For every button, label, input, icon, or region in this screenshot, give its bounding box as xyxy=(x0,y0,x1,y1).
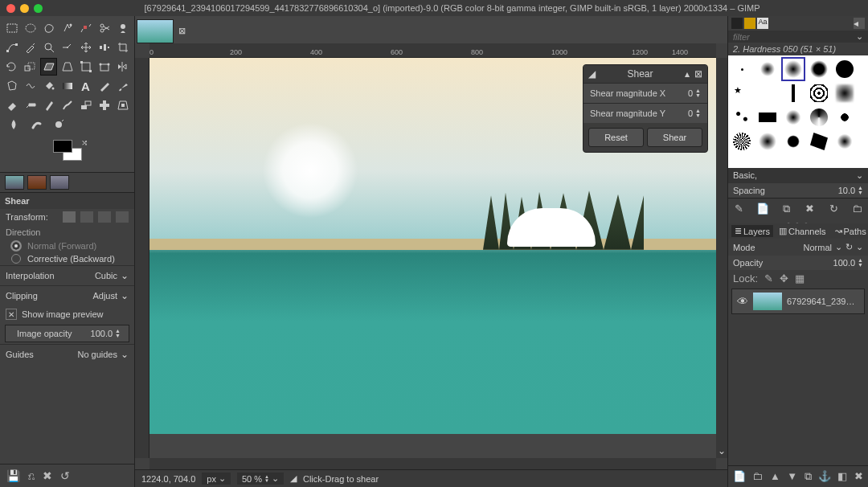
layer-item[interactable]: 👁 67929641_239410 xyxy=(731,289,865,314)
duplicate-brush-icon[interactable]: ⧉ xyxy=(780,203,792,215)
lock-position-icon[interactable]: ✥ xyxy=(780,272,788,284)
swap-colors-icon[interactable]: ⤭ xyxy=(81,138,88,147)
image-opacity-slider[interactable]: Image opacity 100.0▲▼ xyxy=(5,325,129,342)
tool-zoom[interactable] xyxy=(40,39,57,56)
mask-icon[interactable]: ◧ xyxy=(837,470,847,483)
spacing-slider[interactable]: Spacing 10.0▲▼ xyxy=(728,183,868,198)
tool-pencil[interactable] xyxy=(96,77,113,95)
open-as-image-icon[interactable]: 🗀 xyxy=(851,203,863,215)
tool-ellipse-select[interactable] xyxy=(22,19,39,37)
tool-paintbrush[interactable] xyxy=(114,77,131,95)
tool-shear[interactable] xyxy=(40,58,57,76)
spinner-icon[interactable]: ▲▼ xyxy=(695,108,701,118)
tool-free-select[interactable] xyxy=(40,19,57,37)
minimize-window-icon[interactable] xyxy=(20,4,29,13)
layer-opacity-slider[interactable]: Opacity 100.0▲▼ xyxy=(728,256,868,270)
tool-extra1[interactable] xyxy=(71,116,92,133)
image-canvas[interactable]: ◢ Shear ▴ ⊠ Shear magnitude X 0▲▼ Shear … xyxy=(149,58,716,458)
tool-dodge[interactable] xyxy=(48,116,69,133)
tool-heal[interactable] xyxy=(96,96,113,114)
tool-clone[interactable] xyxy=(77,96,94,114)
visibility-icon[interactable]: 👁 xyxy=(737,295,748,308)
clipping-dropdown[interactable]: Clipping Adjust⌄ xyxy=(0,285,134,305)
transform-path-icon[interactable] xyxy=(98,211,111,223)
tool-airbrush[interactable] xyxy=(22,96,39,114)
shear-y-row[interactable]: Shear magnitude Y 0▲▼ xyxy=(583,103,707,123)
color-swatches[interactable]: ⤭ xyxy=(3,135,131,169)
tool-move[interactable] xyxy=(77,39,94,56)
lock-alpha-icon[interactable]: ▦ xyxy=(795,272,805,284)
tool-ink[interactable] xyxy=(40,96,57,114)
horizontal-ruler[interactable]: 0 200 400 600 800 1000 1200 1400 xyxy=(149,43,716,58)
transform-selection-icon[interactable] xyxy=(80,211,93,223)
tool-perspective-clone[interactable] xyxy=(114,96,131,114)
tool-mypaint[interactable] xyxy=(59,96,76,114)
shear-button[interactable]: Shear xyxy=(647,128,702,147)
maximize-window-icon[interactable] xyxy=(34,4,43,13)
direction-normal[interactable]: Normal (Forward) xyxy=(0,239,134,252)
collapse-icon[interactable]: ▴ xyxy=(685,68,690,80)
direction-corrective[interactable]: Corrective (Backward) xyxy=(0,252,134,265)
lower-layer-icon[interactable]: ▼ xyxy=(787,470,797,483)
patterns-tab-icon[interactable] xyxy=(744,18,755,29)
show-preview-checkbox[interactable]: ✕ Show image preview xyxy=(0,305,134,323)
foreground-color[interactable] xyxy=(53,140,72,153)
shear-x-row[interactable]: Shear magnitude X 0▲▼ xyxy=(583,83,707,103)
tool-unified-transform[interactable] xyxy=(77,58,94,76)
new-group-icon[interactable]: 🗀 xyxy=(752,470,763,483)
zoom-selector[interactable]: 50 %▲▼⌄ xyxy=(237,473,284,485)
brush-filter[interactable]: filter ⌄ xyxy=(728,31,868,43)
save-preset-icon[interactable]: 💾 xyxy=(6,469,20,482)
brush-preset-dropdown[interactable]: Basic,⌄ xyxy=(728,168,868,183)
transform-layer-icon[interactable] xyxy=(63,211,76,223)
tool-flip[interactable] xyxy=(114,58,131,76)
interpolation-dropdown[interactable]: Interpolation Cubic⌄ xyxy=(0,265,134,285)
tool-crop[interactable] xyxy=(114,39,131,56)
spinner-icon[interactable]: ▲▼ xyxy=(695,88,701,98)
tool-text[interactable]: A xyxy=(77,77,94,95)
reset-preset-icon[interactable]: ↺ xyxy=(60,469,70,482)
tool-fg-select[interactable] xyxy=(114,19,131,37)
new-brush-icon[interactable]: 📄 xyxy=(756,203,768,215)
scroll-down-icon[interactable]: ⌄ xyxy=(718,445,726,456)
tool-cage[interactable] xyxy=(3,77,20,95)
tool-rotate[interactable] xyxy=(3,58,20,76)
delete-layer-icon[interactable]: ✖ xyxy=(854,470,863,483)
tool-color-select[interactable] xyxy=(77,19,94,37)
image-tab-thumbnail[interactable] xyxy=(137,19,174,43)
raise-layer-icon[interactable]: ▲ xyxy=(770,470,780,483)
blend-mode-row[interactable]: Mode Normal⌄↻⌄ xyxy=(728,239,868,256)
tab-layers[interactable]: ≣Layers xyxy=(731,225,773,237)
spinner-icon[interactable]: ▲▼ xyxy=(858,258,863,268)
tool-extra2[interactable] xyxy=(93,116,114,133)
tool-fuzzy-select[interactable] xyxy=(59,19,76,37)
new-layer-icon[interactable]: 📄 xyxy=(733,470,746,483)
duplicate-layer-icon[interactable]: ⧉ xyxy=(805,470,812,483)
tool-scissors[interactable] xyxy=(96,19,113,37)
close-tab-icon[interactable]: ⊠ xyxy=(178,26,188,35)
spinner-icon[interactable]: ▲▼ xyxy=(115,329,121,338)
layer-name[interactable]: 67929641_239410 xyxy=(787,297,859,306)
tab-paths[interactable]: ↝Paths xyxy=(832,225,868,237)
horizontal-scrollbar[interactable] xyxy=(149,458,716,469)
tool-options-tab-icon[interactable] xyxy=(5,175,24,190)
fonts-tab-icon[interactable]: Aa xyxy=(757,18,768,29)
unit-selector[interactable]: px⌄ xyxy=(202,473,231,485)
tool-perspective[interactable] xyxy=(59,58,76,76)
detach-icon[interactable]: ⊠ xyxy=(694,68,702,80)
merge-down-icon[interactable]: ⚓ xyxy=(818,470,831,483)
brush-grid[interactable]: ★ xyxy=(728,55,868,168)
brushes-tab-icon[interactable] xyxy=(731,18,743,29)
device-status-tab-icon[interactable] xyxy=(27,175,47,190)
tool-bucket[interactable] xyxy=(40,77,57,95)
spinner-icon[interactable]: ▲▼ xyxy=(858,186,863,195)
close-window-icon[interactable] xyxy=(6,4,15,13)
tool-blur[interactable] xyxy=(3,116,24,133)
tool-smudge[interactable] xyxy=(26,116,47,133)
vertical-ruler[interactable] xyxy=(135,58,149,458)
restore-preset-icon[interactable]: ⎌ xyxy=(28,469,35,482)
edit-brush-icon[interactable]: ✎ xyxy=(733,203,745,215)
delete-brush-icon[interactable]: ✖ xyxy=(804,203,816,215)
transform-image-icon[interactable] xyxy=(116,211,129,223)
tab-channels[interactable]: ▥Channels xyxy=(776,225,829,237)
